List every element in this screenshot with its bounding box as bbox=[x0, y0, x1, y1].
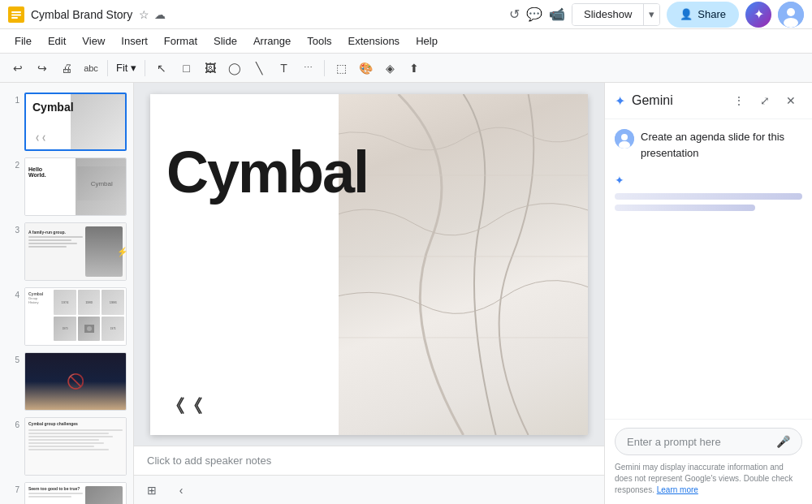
share-icon: 👤 bbox=[680, 8, 693, 20]
editor-area: Cymbal 《《 Click to add speaker notes ⊞ ‹ bbox=[134, 83, 604, 504]
toolbar-sep1 bbox=[107, 60, 108, 76]
toolbar-layout[interactable]: ⬆ bbox=[403, 57, 425, 80]
gemini-loading-star-icon: ✦ bbox=[615, 174, 802, 187]
toolbar-cursor[interactable]: ↖ bbox=[150, 57, 173, 80]
menu-view[interactable]: View bbox=[76, 32, 111, 50]
main-content: 1 Cymbal 《《 2 Hello World. Cymba bbox=[0, 83, 812, 504]
user-avatar[interactable] bbox=[778, 2, 804, 28]
star-icon[interactable]: ☆ bbox=[139, 8, 149, 21]
gemini-microphone-icon[interactable]: 🎤 bbox=[776, 435, 790, 448]
toolbar-bg[interactable]: ⬚ bbox=[330, 57, 352, 80]
slide-thumb-7: Seem too good to be true? bbox=[24, 482, 127, 504]
gemini-top-button[interactable]: ✦ bbox=[745, 2, 771, 28]
menu-bar: File Edit View Insert Format Slide Arran… bbox=[0, 29, 812, 54]
toolbar-shapes2[interactable]: ◯ bbox=[223, 57, 246, 80]
svg-point-8 bbox=[87, 326, 92, 331]
slide-item-2[interactable]: 2 Hello World. Cymbal bbox=[0, 154, 133, 219]
svg-point-6 bbox=[784, 18, 798, 28]
gemini-panel: ✦ Gemini ⋮ ⤢ ✕ Create an agenda slide fo… bbox=[604, 83, 812, 504]
toolbar-redo[interactable]: ↪ bbox=[31, 57, 54, 80]
svg-rect-2 bbox=[11, 14, 21, 15]
toolbar-sep2 bbox=[145, 60, 145, 76]
slide-canvas-area[interactable]: Cymbal 《《 bbox=[134, 83, 604, 446]
gemini-close-button[interactable]: ✕ bbox=[780, 89, 802, 112]
slide-item-5[interactable]: 5 🚫 bbox=[0, 349, 133, 414]
slide-logo: 《《 bbox=[166, 394, 202, 419]
gemini-title: Gemini bbox=[632, 93, 721, 108]
slide-thumb-4: Cymbal Group History 1974 1980 1986 1970… bbox=[24, 287, 127, 346]
slide-item-3[interactable]: 3 A family-run group. bbox=[0, 219, 133, 284]
toolbar-undo[interactable]: ↩ bbox=[6, 57, 29, 80]
gemini-user-message: Create an agenda slide for this presenta… bbox=[615, 129, 802, 161]
chat-icon[interactable]: 💬 bbox=[526, 6, 542, 22]
toolbar-shape[interactable]: □ bbox=[175, 57, 197, 80]
menu-help[interactable]: Help bbox=[409, 32, 444, 50]
slide-item-1[interactable]: 1 Cymbal 《《 bbox=[0, 89, 133, 154]
slide-canvas[interactable]: Cymbal 《《 bbox=[150, 94, 588, 435]
slide-thumb-5: 🚫 bbox=[24, 352, 127, 411]
slideshow-main-button[interactable]: Slideshow bbox=[572, 4, 643, 25]
gemini-star-icon: ✦ bbox=[615, 93, 625, 109]
gemini-prompt-input[interactable] bbox=[627, 436, 770, 448]
toolbar-image[interactable]: 🖼 bbox=[199, 57, 222, 80]
toolbar-more[interactable]: ⋯ bbox=[296, 57, 319, 80]
slide-item-4[interactable]: 4 Cymbal Group History 1974 1980 1986 19… bbox=[0, 284, 133, 349]
menu-insert[interactable]: Insert bbox=[114, 32, 154, 50]
toolbar-print[interactable]: 🖨 bbox=[55, 57, 78, 80]
gemini-header-icons: ⋮ ⤢ ✕ bbox=[728, 89, 802, 112]
slide-item-6[interactable]: 6 Cymbal group challenges bbox=[0, 414, 133, 479]
slide-thumb-6: Cymbal group challenges bbox=[24, 417, 127, 476]
slide-thumb-3: A family-run group. bbox=[24, 222, 127, 281]
gemini-more-button[interactable]: ⋮ bbox=[728, 89, 750, 112]
svg-point-5 bbox=[787, 8, 795, 16]
video-icon[interactable]: 📹 bbox=[549, 6, 565, 22]
app-title: Cymbal Brand Story bbox=[31, 8, 132, 21]
collapse-panel-button[interactable]: ‹ bbox=[170, 479, 192, 502]
gemini-body: Create an agenda slide for this presenta… bbox=[605, 119, 812, 419]
gemini-user-avatar bbox=[615, 129, 634, 149]
menu-file[interactable]: File bbox=[8, 32, 38, 50]
notes-bar[interactable]: Click to add speaker notes bbox=[134, 446, 604, 475]
svg-rect-1 bbox=[11, 11, 21, 13]
bottom-toolbar: ⊞ ‹ bbox=[134, 475, 604, 504]
menu-slide[interactable]: Slide bbox=[207, 32, 244, 50]
toolbar-theme[interactable]: 🎨 bbox=[354, 57, 377, 80]
gemini-loading-bar-1 bbox=[615, 193, 802, 200]
slideshow-dropdown-button[interactable]: ▾ bbox=[643, 4, 659, 25]
gemini-expand-button[interactable]: ⤢ bbox=[754, 89, 776, 112]
history-icon[interactable]: ↺ bbox=[509, 6, 520, 22]
app-icon bbox=[8, 6, 24, 23]
slide-main-text: Cymbal bbox=[166, 143, 368, 201]
slide-item-7[interactable]: 7 Seem too good to be true? bbox=[0, 479, 133, 504]
menu-tools[interactable]: Tools bbox=[300, 32, 338, 50]
gemini-user-message-text: Create an agenda slide for this presenta… bbox=[641, 129, 802, 161]
slide-thumb-1: Cymbal 《《 bbox=[24, 93, 127, 151]
slide-thumb-2: Hello World. Cymbal bbox=[24, 157, 127, 216]
slideshow-button[interactable]: Slideshow ▾ bbox=[572, 3, 660, 26]
slide-panel: 1 Cymbal 《《 2 Hello World. Cymba bbox=[0, 83, 134, 504]
toolbar-textbox[interactable]: T bbox=[272, 57, 295, 80]
grid-view-button[interactable]: ⊞ bbox=[140, 479, 163, 502]
gemini-input-area[interactable]: 🎤 bbox=[615, 428, 802, 455]
toolbar-sep3 bbox=[324, 60, 325, 76]
menu-arrange[interactable]: Arrange bbox=[247, 32, 297, 50]
menu-format[interactable]: Format bbox=[158, 32, 204, 50]
gemini-header: ✦ Gemini ⋮ ⤢ ✕ bbox=[605, 83, 812, 119]
gemini-footer: 🎤 Gemini may display inaccurate informat… bbox=[605, 419, 812, 504]
notes-placeholder[interactable]: Click to add speaker notes bbox=[147, 454, 271, 467]
title-bar: Cymbal Brand Story ☆ ☁ ↺ 💬 📹 Slideshow ▾… bbox=[0, 0, 812, 29]
toolbar-spellcheck[interactable]: abc bbox=[80, 57, 102, 80]
svg-point-13 bbox=[621, 134, 628, 140]
cloud-icon[interactable]: ☁ bbox=[154, 8, 166, 21]
share-button[interactable]: 👤 Share bbox=[667, 2, 739, 28]
gemini-loading-indicator: ✦ bbox=[615, 170, 802, 214]
toolbar-zoom[interactable]: Fit ▾ bbox=[113, 62, 140, 74]
gemini-disclaimer: Gemini may display inaccurate informatio… bbox=[615, 462, 802, 496]
menu-extensions[interactable]: Extensions bbox=[342, 32, 407, 50]
toolbar-line[interactable]: ╲ bbox=[248, 57, 270, 80]
slide-3-icon: ⚡ bbox=[117, 247, 128, 257]
menu-edit[interactable]: Edit bbox=[41, 32, 72, 50]
toolbar-transition[interactable]: ◈ bbox=[378, 57, 401, 80]
gemini-learn-more-link[interactable]: Learn more bbox=[657, 485, 698, 494]
share-label: Share bbox=[698, 8, 726, 20]
